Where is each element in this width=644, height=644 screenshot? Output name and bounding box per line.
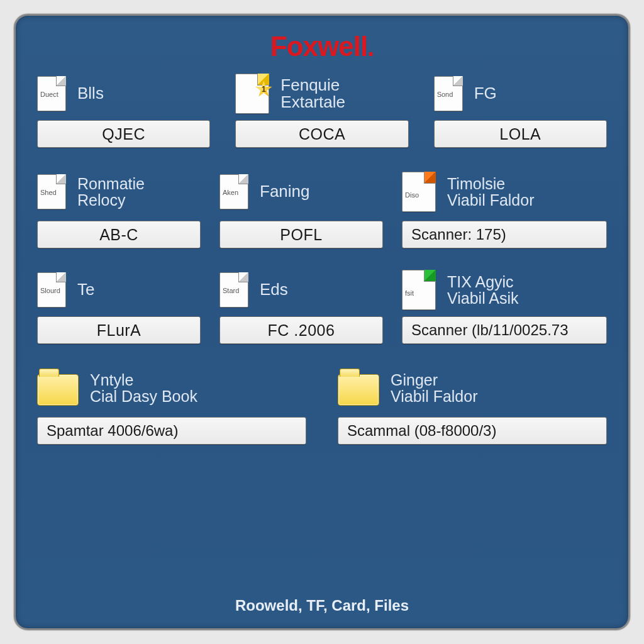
footer-text: Rooweld, TF, Card, Files <box>16 597 628 614</box>
row-2: Shed RonmatieRelocy AB-C Aken Faning POF… <box>37 169 607 248</box>
file-tag: Sond <box>437 91 453 98</box>
item-caption: TimolsieViabil Faldor <box>447 175 535 209</box>
field-scanner-175[interactable]: Scanner: 175) <box>402 221 607 248</box>
folder-icon[interactable] <box>37 374 79 406</box>
file-icon[interactable]: Sond <box>434 76 463 111</box>
row-4: YntyleCial Dasy Book Spamtar 4006/6wa) G… <box>37 365 607 445</box>
item-timolsie: Diso TimolsieViabil Faldor Scanner: 175) <box>402 169 607 248</box>
item-caption: TIX AgyicViabil Asik <box>447 274 519 307</box>
item-yntyle: YntyleCial Dasy Book Spamtar 4006/6wa) <box>37 365 306 445</box>
file-tag: Diso <box>405 191 419 199</box>
file-icon[interactable]: Aken <box>219 174 248 209</box>
field-lola[interactable]: LOLA <box>434 120 607 148</box>
item-bils: Duect Blls QJEC <box>37 74 210 148</box>
file-tag: Shed <box>40 189 57 196</box>
field-qjec[interactable]: QJEC <box>37 120 210 148</box>
file-corner-icon <box>425 270 436 281</box>
folder-icon[interactable] <box>338 374 379 406</box>
brand-dot: . <box>367 33 374 61</box>
file-tag: Aken <box>223 189 238 196</box>
field-fc2006[interactable]: FC .2006 <box>219 316 383 344</box>
item-caption: YntyleCial Dasy Book <box>90 372 197 405</box>
device-screen: Foxwell. Duect Blls QJEC FenquieExtartal… <box>14 14 630 630</box>
item-caption: Faning <box>260 183 310 200</box>
file-tag: fsit <box>405 289 414 297</box>
item-caption: Eds <box>260 281 288 298</box>
file-icon[interactable] <box>235 74 269 114</box>
file-icon[interactable]: Diso <box>402 172 436 212</box>
file-tag: Duect <box>40 91 58 98</box>
file-corner-icon <box>425 172 436 183</box>
field-coca[interactable]: COCA <box>235 120 408 148</box>
field-abc[interactable]: AB-C <box>37 221 201 248</box>
item-ginger: GingerViabil Faldor Scammal (08-f8000/3) <box>338 365 607 445</box>
item-caption: RonmatieRelocy <box>77 175 145 209</box>
row-3: Slourd Te FLurA Stard Eds FC .2006 fsit <box>37 270 607 344</box>
field-spamtar[interactable]: Spamtar 4006/6wa) <box>37 417 306 445</box>
item-faning: Aken Faning POFL <box>219 169 383 248</box>
file-icon[interactable]: Slourd <box>37 272 66 308</box>
item-caption: FenquieExtartale <box>280 77 345 111</box>
brand-title: Foxwell. <box>37 31 607 62</box>
field-pofl[interactable]: POFL <box>219 221 383 248</box>
item-ronmatie: Shed RonmatieRelocy AB-C <box>37 169 201 248</box>
item-caption: GingerViabil Faldor <box>391 372 478 405</box>
file-icon[interactable]: Duect <box>37 76 66 111</box>
file-icon[interactable]: fsit <box>402 270 436 310</box>
brand-text: Foxwell <box>270 31 367 62</box>
item-te: Slourd Te FLurA <box>37 270 201 344</box>
file-tag: Slourd <box>40 287 60 294</box>
item-caption: Blls <box>77 85 104 102</box>
item-tix: fsit TIX AgyicViabil Asik Scanner (lb/11… <box>402 270 607 344</box>
field-flura[interactable]: FLurA <box>37 316 201 344</box>
item-fenquie: FenquieExtartale COCA <box>235 74 408 148</box>
field-scammal[interactable]: Scammal (08-f8000/3) <box>338 417 607 445</box>
field-scanner-lb[interactable]: Scanner (lb/11/0025.73 <box>402 316 607 344</box>
file-icon[interactable]: Shed <box>37 174 66 209</box>
file-tag: Stard <box>223 287 239 294</box>
row-1: Duect Blls QJEC FenquieExtartale COCA So… <box>37 74 607 148</box>
item-caption: FG <box>474 85 497 102</box>
item-fg: Sond FG LOLA <box>434 74 607 148</box>
file-icon[interactable]: Stard <box>219 272 248 308</box>
item-eds: Stard Eds FC .2006 <box>219 270 383 344</box>
item-caption: Te <box>77 281 94 298</box>
